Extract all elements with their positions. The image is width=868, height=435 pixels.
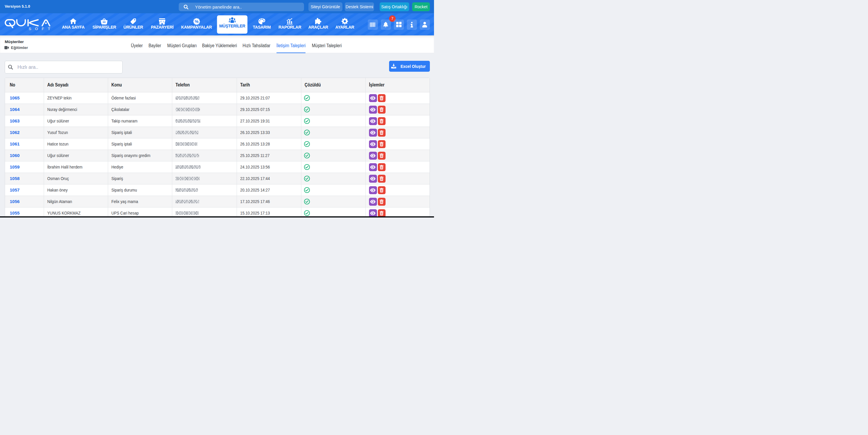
svg-text:%: %	[195, 19, 198, 24]
svg-text:SOFT: SOFT	[29, 27, 51, 31]
